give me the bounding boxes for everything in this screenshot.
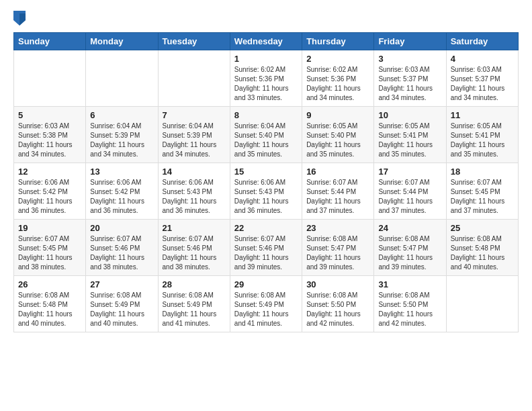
calendar-cell: 24Sunrise: 6:08 AMSunset: 5:47 PMDayligh… [374,220,446,276]
calendar-cell: 15Sunrise: 6:06 AMSunset: 5:43 PMDayligh… [230,163,302,220]
day-info: Sunrise: 6:03 AMSunset: 5:37 PMDaylight:… [378,65,441,103]
calendar-cell: 16Sunrise: 6:07 AMSunset: 5:44 PMDayligh… [302,163,374,220]
day-number: 14 [163,167,226,177]
day-number: 2 [306,54,369,64]
logo [13,11,28,26]
day-number: 13 [90,167,153,177]
day-info: Sunrise: 6:06 AMSunset: 5:42 PMDaylight:… [90,178,153,216]
weekday-header-wednesday: Wednesday [230,33,302,50]
calendar-cell: 19Sunrise: 6:07 AMSunset: 5:45 PMDayligh… [14,220,86,276]
calendar-cell: 26Sunrise: 6:08 AMSunset: 5:48 PMDayligh… [14,276,86,332]
svg-marker-1 [19,13,26,26]
calendar-cell [14,50,86,107]
calendar-cell: 17Sunrise: 6:07 AMSunset: 5:44 PMDayligh… [374,163,446,220]
calendar-cell [446,276,518,332]
day-info: Sunrise: 6:07 AMSunset: 5:46 PMDaylight:… [163,234,226,272]
day-info: Sunrise: 6:07 AMSunset: 5:46 PMDaylight:… [90,234,153,272]
day-info: Sunrise: 6:08 AMSunset: 5:49 PMDaylight:… [234,291,298,328]
weekday-header-sunday: Sunday [14,33,86,50]
calendar-cell: 5Sunrise: 6:03 AMSunset: 5:38 PMDaylight… [14,107,86,163]
day-number: 4 [451,54,514,64]
day-info: Sunrise: 6:04 AMSunset: 5:40 PMDaylight:… [234,122,298,159]
weekday-header-monday: Monday [86,33,158,50]
calendar-cell: 25Sunrise: 6:08 AMSunset: 5:48 PMDayligh… [446,220,518,276]
day-info: Sunrise: 6:08 AMSunset: 5:48 PMDaylight:… [18,291,81,328]
calendar-cell [158,50,230,107]
day-number: 6 [90,110,153,120]
weekday-header-saturday: Saturday [446,33,518,50]
day-number: 28 [163,279,226,289]
day-info: Sunrise: 6:06 AMSunset: 5:43 PMDaylight:… [234,178,298,216]
day-info: Sunrise: 6:03 AMSunset: 5:37 PMDaylight:… [451,65,514,103]
day-number: 7 [163,110,226,120]
calendar-cell: 28Sunrise: 6:08 AMSunset: 5:49 PMDayligh… [158,276,230,332]
day-number: 21 [163,223,226,233]
day-number: 20 [90,223,153,233]
day-number: 5 [18,110,81,120]
page-header [13,11,519,26]
calendar-cell: 21Sunrise: 6:07 AMSunset: 5:46 PMDayligh… [158,220,230,276]
day-number: 1 [234,54,298,64]
day-number: 24 [378,223,441,233]
calendar-cell: 12Sunrise: 6:06 AMSunset: 5:42 PMDayligh… [14,163,86,220]
calendar-cell: 9Sunrise: 6:05 AMSunset: 5:40 PMDaylight… [302,107,374,163]
day-info: Sunrise: 6:07 AMSunset: 5:44 PMDaylight:… [306,178,369,216]
day-info: Sunrise: 6:06 AMSunset: 5:43 PMDaylight:… [163,178,226,216]
day-number: 27 [90,279,153,289]
day-info: Sunrise: 6:05 AMSunset: 5:41 PMDaylight:… [378,122,441,159]
weekday-header-thursday: Thursday [302,33,374,50]
page-container: SundayMondayTuesdayWednesdayThursdayFrid… [0,0,532,339]
calendar-cell: 27Sunrise: 6:08 AMSunset: 5:49 PMDayligh… [86,276,158,332]
week-row-3: 19Sunrise: 6:07 AMSunset: 5:45 PMDayligh… [14,220,519,276]
calendar-cell: 3Sunrise: 6:03 AMSunset: 5:37 PMDaylight… [374,50,446,107]
calendar-cell: 20Sunrise: 6:07 AMSunset: 5:46 PMDayligh… [86,220,158,276]
day-info: Sunrise: 6:07 AMSunset: 5:45 PMDaylight:… [18,234,81,272]
logo-icon [13,11,26,26]
day-info: Sunrise: 6:08 AMSunset: 5:49 PMDaylight:… [163,291,226,328]
week-row-4: 26Sunrise: 6:08 AMSunset: 5:48 PMDayligh… [14,276,519,332]
week-row-0: 1Sunrise: 6:02 AMSunset: 5:36 PMDaylight… [14,50,519,107]
calendar-cell [86,50,158,107]
calendar-cell: 11Sunrise: 6:05 AMSunset: 5:41 PMDayligh… [446,107,518,163]
day-number: 18 [451,167,514,177]
calendar-cell: 13Sunrise: 6:06 AMSunset: 5:42 PMDayligh… [86,163,158,220]
day-info: Sunrise: 6:08 AMSunset: 5:48 PMDaylight:… [451,234,514,272]
day-info: Sunrise: 6:03 AMSunset: 5:38 PMDaylight:… [18,122,81,159]
calendar-cell: 10Sunrise: 6:05 AMSunset: 5:41 PMDayligh… [374,107,446,163]
day-info: Sunrise: 6:07 AMSunset: 5:44 PMDaylight:… [378,178,441,216]
day-number: 25 [451,223,514,233]
weekday-header-tuesday: Tuesday [158,33,230,50]
day-number: 22 [234,223,298,233]
day-info: Sunrise: 6:08 AMSunset: 5:49 PMDaylight:… [90,291,153,328]
week-row-2: 12Sunrise: 6:06 AMSunset: 5:42 PMDayligh… [14,163,519,220]
day-number: 10 [378,110,441,120]
calendar-cell: 23Sunrise: 6:08 AMSunset: 5:47 PMDayligh… [302,220,374,276]
weekday-header-row: SundayMondayTuesdayWednesdayThursdayFrid… [14,33,519,50]
day-number: 23 [306,223,369,233]
weekday-header-friday: Friday [374,33,446,50]
calendar-cell: 22Sunrise: 6:07 AMSunset: 5:46 PMDayligh… [230,220,302,276]
day-number: 8 [234,110,298,120]
day-number: 30 [306,279,369,289]
week-row-1: 5Sunrise: 6:03 AMSunset: 5:38 PMDaylight… [14,107,519,163]
calendar-cell: 18Sunrise: 6:07 AMSunset: 5:45 PMDayligh… [446,163,518,220]
day-number: 16 [306,167,369,177]
day-number: 17 [378,167,441,177]
calendar-cell: 2Sunrise: 6:02 AMSunset: 5:36 PMDaylight… [302,50,374,107]
calendar-cell: 4Sunrise: 6:03 AMSunset: 5:37 PMDaylight… [446,50,518,107]
day-info: Sunrise: 6:04 AMSunset: 5:39 PMDaylight:… [90,122,153,159]
day-info: Sunrise: 6:05 AMSunset: 5:41 PMDaylight:… [451,122,514,159]
day-number: 11 [451,110,514,120]
day-info: Sunrise: 6:06 AMSunset: 5:42 PMDaylight:… [18,178,81,216]
day-number: 19 [18,223,81,233]
day-info: Sunrise: 6:08 AMSunset: 5:47 PMDaylight:… [378,234,441,272]
day-info: Sunrise: 6:02 AMSunset: 5:36 PMDaylight:… [306,65,369,103]
calendar-cell: 6Sunrise: 6:04 AMSunset: 5:39 PMDaylight… [86,107,158,163]
day-info: Sunrise: 6:08 AMSunset: 5:50 PMDaylight:… [306,291,369,328]
day-number: 9 [306,110,369,120]
calendar-table: SundayMondayTuesdayWednesdayThursdayFrid… [13,32,519,332]
calendar-cell: 7Sunrise: 6:04 AMSunset: 5:39 PMDaylight… [158,107,230,163]
day-number: 31 [378,279,441,289]
calendar-cell: 29Sunrise: 6:08 AMSunset: 5:49 PMDayligh… [230,276,302,332]
day-number: 15 [234,167,298,177]
